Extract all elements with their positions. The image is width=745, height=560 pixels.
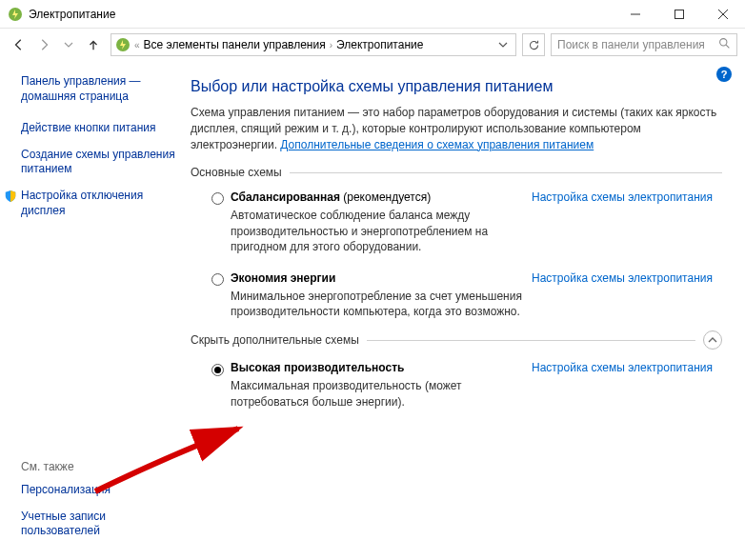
sidebar-item-label: Настройка отключения дисплея [21, 189, 143, 217]
see-also-heading: См. также [21, 460, 181, 473]
maximize-button[interactable] [657, 0, 701, 29]
plan-high-performance: Высокая производительность Максимальная … [191, 355, 722, 420]
back-button[interactable] [8, 33, 30, 56]
refresh-button[interactable] [522, 33, 545, 56]
section-basic-label: Основные схемы [191, 166, 282, 179]
see-also-personalization[interactable]: Персонализация [21, 483, 181, 498]
window-controls [614, 0, 745, 28]
main-content: ? Выбор или настройка схемы управления п… [191, 61, 745, 560]
learn-more-link[interactable]: Дополнительные сведения о схемах управле… [280, 138, 594, 151]
plan-balanced: Сбалансированная (рекомендуется) Автомат… [191, 185, 722, 266]
svg-point-3 [720, 39, 727, 46]
sidebar-item-create-plan[interactable]: Создание схемы управления питанием [21, 148, 181, 177]
plan-balanced-desc: Автоматическое соблюдение баланса между … [231, 208, 522, 254]
address-dropdown[interactable] [494, 34, 512, 55]
search-box[interactable] [551, 33, 737, 56]
shield-icon [4, 190, 17, 203]
nav-row: « Все элементы панели управления › Элект… [0, 29, 745, 61]
power-options-icon [115, 37, 131, 52]
section-extra-label[interactable]: Скрыть дополнительные схемы [191, 333, 359, 347]
page-description: Схема управления питанием — это набор па… [191, 105, 722, 152]
search-input[interactable] [557, 38, 715, 51]
plan-saver-name[interactable]: Экономия энергии [231, 271, 522, 285]
plan-saver: Экономия энергии Минимальное энергопотре… [191, 266, 722, 330]
window-title: Электропитание [29, 8, 614, 21]
breadcrumb-prefix: « [134, 40, 140, 50]
radio-balanced[interactable] [211, 192, 224, 205]
chevron-right-icon: › [330, 40, 332, 50]
forward-button[interactable] [32, 33, 55, 56]
close-button[interactable] [701, 0, 745, 29]
config-link-saver[interactable]: Настройка схемы электропитания [532, 271, 713, 285]
plan-balanced-name[interactable]: Сбалансированная (рекомендуется) [231, 190, 522, 204]
radio-saver[interactable] [211, 273, 224, 286]
page-title: Выбор или настройка схемы управления пит… [191, 78, 722, 95]
minimize-button[interactable] [614, 0, 657, 29]
svg-rect-1 [675, 10, 684, 19]
collapse-icon[interactable] [703, 330, 722, 350]
up-button[interactable] [82, 33, 105, 56]
plan-saver-desc: Минимальное энергопотребление за счет ум… [231, 289, 522, 319]
config-link-high[interactable]: Настройка схемы электропитания [532, 361, 713, 374]
search-icon[interactable] [718, 37, 731, 52]
sidebar-item-button-action[interactable]: Действие кнопки питания [21, 121, 181, 136]
power-options-icon [8, 7, 23, 22]
radio-high-performance[interactable] [211, 364, 224, 376]
section-extra-header: Скрыть дополнительные схемы [191, 330, 722, 350]
address-bar[interactable]: « Все элементы панели управления › Элект… [111, 33, 516, 56]
breadcrumb-current[interactable]: Электропитание [336, 38, 423, 51]
sidebar-home-link[interactable]: Панель управления — домашняя страница [21, 74, 181, 104]
plan-high-desc: Максимальная производительность (может п… [231, 378, 522, 409]
breadcrumb-root[interactable]: Все элементы панели управления [144, 38, 326, 51]
sidebar: Панель управления — домашняя страница Де… [0, 61, 191, 560]
help-icon[interactable]: ? [716, 67, 732, 82]
config-link-balanced[interactable]: Настройка схемы электропитания [532, 190, 713, 204]
see-also-user-accounts[interactable]: Учетные записи пользователей [21, 510, 181, 539]
recent-dropdown[interactable] [57, 33, 80, 56]
titlebar: Электропитание [0, 0, 745, 29]
section-basic-header: Основные схемы [191, 166, 722, 179]
sidebar-item-display-off[interactable]: Настройка отключения дисплея [21, 189, 181, 218]
plan-high-name[interactable]: Высокая производительность [231, 361, 522, 374]
